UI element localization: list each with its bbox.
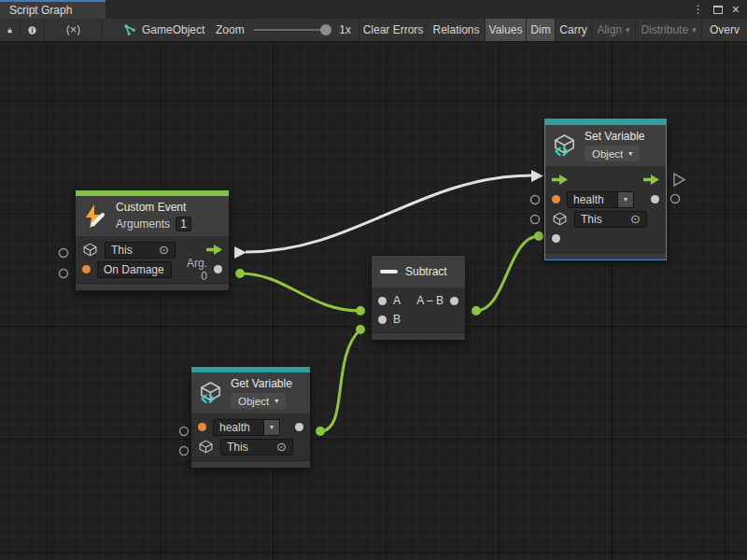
port-row-value-input [545, 229, 666, 248]
distribute-dropdown[interactable]: Distribute ▾ [636, 19, 702, 41]
clear-errors-button[interactable]: Clear Errors [359, 19, 428, 41]
variable-name-dropdown[interactable]: health ▾ [213, 419, 280, 436]
flow-output-arrow-icon[interactable] [206, 245, 222, 255]
chevron-down-icon[interactable]: ▾ [617, 192, 633, 207]
value-output-port[interactable] [295, 423, 303, 431]
value-port-arg0-out[interactable] [235, 269, 245, 278]
carry-toggle[interactable]: Carry [556, 19, 592, 41]
ghost-port[interactable] [531, 216, 540, 224]
value-port-orange[interactable] [552, 195, 560, 203]
input-b-label: B [393, 313, 401, 326]
target-this-value: This [581, 213, 602, 226]
relations-toggle[interactable]: Relations [428, 19, 486, 41]
titlebar-spacer [106, 0, 693, 19]
value-input-port[interactable] [552, 234, 560, 243]
ghost-flow-port[interactable] [674, 174, 684, 186]
target-this-field[interactable]: This ⊙ [574, 211, 647, 228]
value-output-port[interactable] [651, 195, 659, 203]
dim-label: Dim [530, 23, 550, 36]
arg0-output-port[interactable] [214, 265, 222, 273]
lock-button[interactable] [0, 19, 21, 41]
edit-graph-button[interactable]: ⟨×⟩ [45, 19, 103, 41]
align-dropdown[interactable]: Align ▾ [592, 19, 636, 41]
titlebar: Script Graph ⋮ × [0, 0, 747, 19]
node-set-variable[interactable]: Set Variable Object ▾ [544, 119, 667, 260]
target-this-field[interactable]: This ⊙ [220, 439, 293, 455]
tab-label: Script Graph [9, 4, 72, 17]
values-toggle[interactable]: Values [486, 19, 527, 41]
variable-kind-dropdown[interactable]: Object ▾ [585, 146, 640, 161]
zoom-slider-knob[interactable] [320, 24, 331, 35]
gameobject-reference[interactable]: GameObject [103, 19, 203, 41]
port-row-b: B [372, 310, 465, 329]
variable-icon [198, 381, 223, 406]
flow-output-arrow-icon[interactable] [643, 175, 659, 185]
dim-toggle[interactable]: Dim [527, 19, 556, 41]
info-button[interactable] [21, 19, 45, 41]
wire-get-variable-to-subtract-b[interactable] [320, 329, 360, 431]
value-port-orange[interactable] [198, 423, 206, 431]
ghost-port[interactable] [60, 270, 68, 278]
port-row-name: health ▾ [545, 189, 666, 209]
values-label: Values [489, 23, 523, 36]
node-subtract[interactable]: Subtract A A – B B [371, 255, 466, 341]
close-icon[interactable]: × [732, 3, 740, 16]
value-port-subtract-out[interactable] [472, 306, 481, 315]
output-port[interactable] [450, 297, 458, 305]
ghost-port[interactable] [671, 195, 680, 203]
script-graph-asset-icon [123, 24, 136, 36]
variable-kind-value: Object [238, 396, 269, 407]
variable-name-dropdown[interactable]: health ▾ [567, 191, 634, 208]
wire-custom-event-to-set-variable[interactable] [246, 175, 532, 252]
variable-kind-dropdown[interactable]: Object ▾ [231, 393, 286, 409]
script-graph-window: Script Graph ⋮ × ⟨×⟩ [0, 0, 747, 560]
event-name-value: On Damage [104, 263, 164, 276]
input-a-label: A [393, 294, 401, 307]
arguments-count-input[interactable]: 1 [176, 217, 191, 231]
chevron-down-icon[interactable]: ▾ [263, 420, 279, 435]
input-port-a[interactable] [378, 297, 387, 305]
wire-arg0-to-subtract-a[interactable] [240, 273, 360, 311]
value-port-subtract-b-in[interactable] [356, 325, 365, 334]
target-this-field[interactable]: This ⊙ [105, 242, 176, 259]
overview-button[interactable]: Overv [702, 19, 747, 41]
ghost-port[interactable] [60, 249, 68, 258]
node-body: This ⊙ On Damage Arg. 0 [76, 236, 229, 279]
object-picker-icon[interactable]: ⊙ [630, 213, 641, 225]
menu-kebab-icon[interactable]: ⋮ [693, 4, 704, 15]
value-port-set-variable-value-in[interactable] [534, 231, 543, 241]
wire-subtract-to-set-variable-value[interactable] [476, 236, 539, 311]
value-port-orange[interactable] [82, 265, 91, 273]
node-body: health ▾ This ⊙ [191, 413, 310, 456]
node-get-variable[interactable]: Get Variable Object ▾ health ▾ [190, 366, 311, 469]
tab-script-graph[interactable]: Script Graph [0, 0, 106, 19]
port-row-event-name: On Damage Arg. 0 [76, 259, 229, 279]
zoom-slider[interactable] [254, 29, 329, 31]
value-port-subtract-a-in[interactable] [356, 306, 365, 315]
node-custom-event[interactable]: Custom Event Arguments 1 This ⊙ [75, 189, 230, 291]
chevron-down-icon: ▾ [626, 25, 630, 35]
event-name-field[interactable]: On Damage [97, 261, 172, 278]
flow-output-port-custom-event[interactable] [234, 246, 247, 259]
object-picker-icon[interactable]: ⊙ [276, 441, 287, 453]
ghost-port[interactable] [531, 196, 540, 204]
input-port-b[interactable] [378, 315, 387, 324]
gameobject-cube-icon [552, 211, 568, 227]
port-row-target: This ⊙ [191, 437, 310, 456]
node-body: health ▾ This ⊙ [545, 166, 666, 248]
maximize-icon[interactable] [713, 6, 723, 14]
flow-input-port-set-variable[interactable] [531, 170, 543, 182]
node-body: A A – B B [372, 287, 465, 329]
chevron-down-icon: ▾ [275, 397, 278, 405]
gameobject-label: GameObject [142, 23, 204, 36]
port-row-flow [545, 170, 666, 189]
align-label: Align [597, 23, 622, 36]
graph-canvas[interactable]: Custom Event Arguments 1 This ⊙ [0, 42, 747, 560]
node-header: Set Variable Object ▾ [545, 125, 666, 166]
ghost-port[interactable] [180, 447, 189, 455]
chevron-down-icon: ▾ [628, 149, 632, 158]
value-port-get-variable-out[interactable] [316, 427, 325, 436]
ghost-port[interactable] [180, 427, 189, 436]
flow-input-arrow-icon[interactable] [552, 175, 568, 185]
object-picker-icon[interactable]: ⊙ [159, 244, 169, 256]
